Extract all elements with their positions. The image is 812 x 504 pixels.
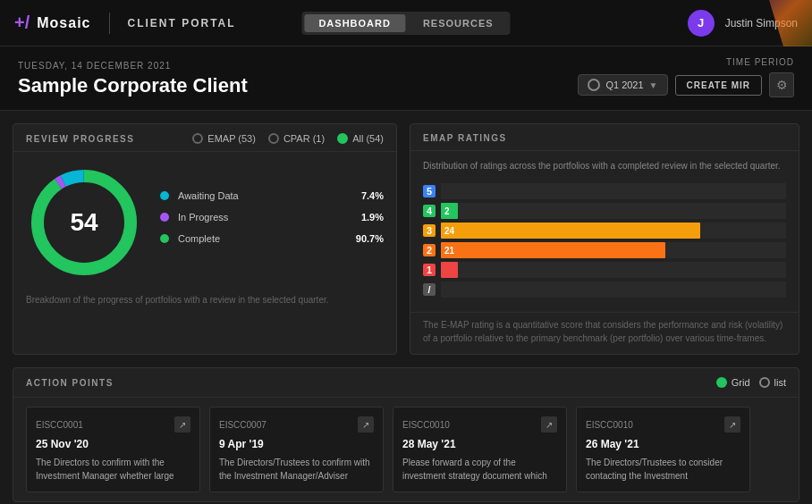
logo-icon: +/ [14,13,30,33]
title-area: TUESDAY, 14 DECEMBER 2021 Sample Corpora… [18,61,248,97]
bar-row-3: 3 24 [423,223,786,239]
bar-label-1: 1 [423,264,436,276]
main-content: REVIEW PROGRESS EMAP (53) CPAR (1) All (… [0,111,812,502]
bar-value-4: 2 [444,206,450,216]
filter-emap[interactable]: EMAP (53) [192,133,256,144]
card-id-row-0: EISCC0001 ↗ [36,416,190,433]
main-nav: DASHBOARD RESOURCES [301,12,510,35]
toggle-grid-label: Grid [732,377,750,388]
emap-body: Distribution of ratings across the portf… [410,151,799,308]
legend-complete-pct: 90.7% [356,233,384,244]
donut-chart: 54 [26,164,142,281]
card-arrow-2[interactable]: ↗ [541,416,557,433]
logo-text: Mosaic [37,15,90,31]
legend-inprogress-pct: 1.9% [361,212,384,223]
bar-value-3: 24 [444,226,454,236]
legend-awaiting: Awaiting Data 7.4% [160,190,384,201]
filter-cpar[interactable]: CPAR (1) [268,133,325,144]
toggle-list-label: list [774,377,786,388]
nav-dashboard[interactable]: DASHBOARD [304,14,405,32]
card-date-3: 26 May '21 [586,438,740,450]
bar-row-4: 4 2 [423,203,786,219]
review-progress-panel: REVIEW PROGRESS EMAP (53) CPAR (1) All (… [13,123,397,355]
legend-inprogress-dot [160,213,169,222]
legend-complete-label: Complete [178,233,356,244]
bar-row-5: 5 [423,183,786,199]
card-arrow-1[interactable]: ↗ [358,416,374,433]
emap-ratings-header: EMAP RATINGS [410,124,799,151]
card-id-3: EISCC0010 [586,420,633,430]
toggle-list[interactable]: list [759,377,786,388]
legend-awaiting-dot [160,191,169,200]
filter-all[interactable]: All (54) [337,133,384,144]
create-mir-button[interactable]: CREATE MIR [675,75,762,96]
review-note: Breakdown of the progress of portfolios … [13,293,396,317]
chevron-down-icon: ▼ [649,80,658,90]
radio-cpar-icon [268,133,279,144]
bar-track-5 [441,183,786,199]
card-arrow-0[interactable]: ↗ [174,416,190,433]
card-id-2: EISCC0010 [402,420,450,430]
bar-label-4: 4 [423,205,436,217]
portal-label: CLIENT PORTAL [128,17,236,29]
card-id-row-1: EISCC0007 ↗ [219,416,374,433]
emap-ratings-panel: EMAP RATINGS Distribution of ratings acr… [410,123,799,355]
action-points-section: ACTION POINTS Grid list EISCC0001 ↗ 25 N… [13,367,799,502]
emap-footer: The E-MAP rating is a quantitative score… [410,312,799,354]
sub-header: TUESDAY, 14 DECEMBER 2021 Sample Corpora… [0,46,812,111]
period-selector[interactable]: Q1 2021 ▼ [578,74,667,96]
card-date-2: 28 May '21 [402,438,557,450]
nav-resources[interactable]: RESOURCES [409,14,508,32]
card-text-2: Please forward a copy of the investment … [402,456,557,483]
card-id-row-2: EISCC0010 ↗ [402,416,557,433]
bar-track-2: 21 [441,242,786,258]
toggle-grid[interactable]: Grid [716,377,750,388]
top-row: REVIEW PROGRESS EMAP (53) CPAR (1) All (… [13,123,799,355]
bar-track-4: 2 [441,203,786,219]
legend: Awaiting Data 7.4% In Progress 1.9% Comp… [160,190,384,255]
emap-subtitle: Distribution of ratings across the portf… [423,160,786,172]
card-arrow-3[interactable]: ↗ [724,416,740,433]
bar-label-2: 2 [423,244,436,256]
action-points-title: ACTION POINTS [26,378,114,388]
period-controls: Q1 2021 ▼ CREATE MIR ⚙ [578,72,794,97]
card-id-0: EISCC0001 [36,420,83,430]
bar-label-5: 5 [423,185,436,197]
bar-track-1 [441,262,786,278]
action-card-3: EISCC0010 ↗ 26 May '21 The Directors/Tru… [576,407,750,492]
bar-row-1: 1 [423,262,786,278]
view-toggle: Grid list [716,377,786,388]
action-points-header: ACTION POINTS Grid list [13,368,799,398]
legend-inprogress-label: In Progress [178,212,361,223]
time-period-label: TIME PERIOD [578,57,794,67]
radio-emap-icon [192,133,203,144]
bar-label-na: / [423,283,436,296]
toggle-list-dot [759,377,770,388]
card-date-1: 9 Apr '19 [219,438,374,450]
card-text-1: The Directors/Trustees to confirm with t… [219,456,374,483]
bar-track-3: 24 [441,223,786,239]
bar-value-2: 21 [444,246,454,256]
review-body: 54 Awaiting Data 7.4% In Progress 1.9% [13,152,396,293]
bar-track-na [441,281,786,298]
bar-row-2: 2 21 [423,242,786,258]
time-period-control: TIME PERIOD Q1 2021 ▼ CREATE MIR ⚙ [578,57,794,97]
bar-row-na: / [423,281,786,298]
card-text-3: The Directors/Trustees to consider conta… [586,456,740,483]
user-avatar: J [688,10,715,37]
card-id-row-3: EISCC0010 ↗ [586,416,740,433]
bar-label-3: 3 [423,224,436,237]
card-date-0: 25 Nov '20 [36,438,190,450]
legend-awaiting-pct: 7.4% [361,190,384,201]
legend-complete: Complete 90.7% [160,233,384,244]
logo-divider [109,13,110,34]
legend-complete-dot [160,234,169,243]
review-progress-header: REVIEW PROGRESS EMAP (53) CPAR (1) All (… [13,124,396,152]
action-cards-row: EISCC0001 ↗ 25 Nov '20 The Directors to … [13,398,799,501]
page-title: Sample Corporate Client [18,74,248,97]
legend-inprogress: In Progress 1.9% [160,212,384,223]
settings-button[interactable]: ⚙ [769,72,794,97]
filter-cpar-label: CPAR (1) [283,133,325,144]
period-text: Q1 2021 [605,80,643,90]
emap-ratings-title: EMAP RATINGS [423,133,507,143]
